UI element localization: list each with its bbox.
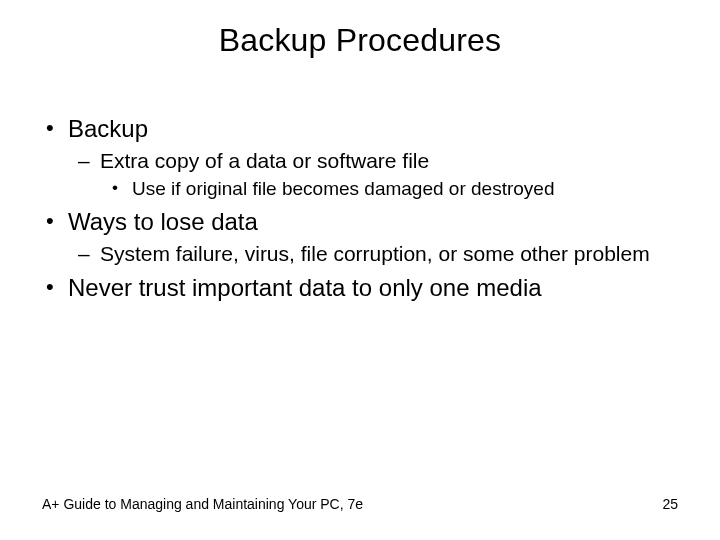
list-item: Ways to lose data bbox=[42, 207, 678, 237]
slide-body: Backup Extra copy of a data or software … bbox=[42, 108, 678, 303]
list-item: Extra copy of a data or software file bbox=[42, 148, 678, 174]
list-item: Backup bbox=[42, 114, 678, 144]
bullet-list: Backup Extra copy of a data or software … bbox=[42, 114, 678, 303]
page-number: 25 bbox=[662, 496, 678, 512]
slide-footer: A+ Guide to Managing and Maintaining You… bbox=[42, 496, 678, 512]
footer-source: A+ Guide to Managing and Maintaining You… bbox=[42, 496, 363, 512]
slide-title: Backup Procedures bbox=[0, 22, 720, 59]
list-item: Never trust important data to only one m… bbox=[42, 273, 678, 303]
list-item: System failure, virus, file corruption, … bbox=[42, 241, 678, 267]
list-item: Use if original file becomes damaged or … bbox=[42, 177, 678, 201]
slide: Backup Procedures Backup Extra copy of a… bbox=[0, 0, 720, 540]
